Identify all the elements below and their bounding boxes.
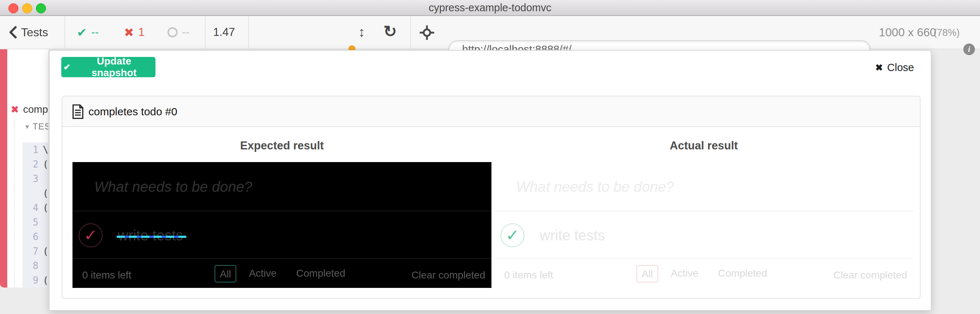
failed-count: 1: [138, 26, 145, 39]
suite-label: TES: [33, 121, 48, 132]
toolbar-separator: [410, 16, 411, 49]
close-button[interactable]: ✖ Close: [875, 62, 914, 73]
code-line: 9(: [22, 273, 48, 287]
todo-item-label: write tests: [118, 225, 183, 245]
pending-circle-icon: [167, 27, 178, 37]
expected-result-heading: Expected result: [73, 139, 492, 152]
actual-screenshot: What needs to be done? ✓ write tests 0 i…: [494, 162, 913, 288]
code-line: 5: [22, 215, 48, 230]
todo-item-label: write tests: [540, 225, 605, 245]
failed-x-icon: ✖: [11, 104, 19, 115]
clear-completed-label: Clear completed: [411, 268, 485, 282]
test-duration: 1.47: [213, 16, 235, 49]
divider: [494, 210, 913, 211]
filter-completed: Completed: [295, 265, 346, 282]
failed-test-row[interactable]: ✖ compl: [11, 104, 48, 115]
code-line: 7(: [22, 244, 48, 258]
info-icon[interactable]: i: [963, 43, 975, 55]
test-title: completes todo #0: [88, 96, 177, 127]
pending-count: --: [182, 26, 189, 39]
window-title: cypress-example-todomvc: [0, 0, 980, 15]
snapshot-diff-dialog: ✔ Update snapshot ✖ Close completes todo…: [49, 50, 931, 311]
pending-stat: --: [167, 16, 189, 49]
failed-stat: ✖ 1: [124, 16, 145, 49]
close-x-icon: ✖: [875, 62, 883, 73]
divider: [494, 258, 913, 259]
failed-test-strip: [0, 49, 7, 287]
chevron-left-icon: [9, 26, 17, 38]
back-to-tests-button[interactable]: Tests: [9, 16, 48, 49]
update-snapshot-label: Update snapshot: [75, 56, 153, 79]
passed-count: --: [91, 26, 99, 39]
snapshot-panel-header: completes todo #0: [62, 96, 920, 127]
clear-completed-label: Clear completed: [833, 268, 907, 282]
runner-toolbar: Tests ✔ -- ✖ 1 -- 1.47 ↕ ↻ 1000 x 660: [0, 16, 980, 49]
items-left-label: 0 items left: [504, 268, 553, 282]
x-icon: ✖: [124, 26, 134, 40]
filter-active: Active: [668, 265, 701, 282]
update-snapshot-button[interactable]: ✔ Update snapshot: [61, 57, 156, 77]
reporter-sidebar: ✖ compl ▾ TES 1\ 2( 3 ( 4( 5 6 7( 8 9( 1…: [0, 49, 48, 287]
indent-guide: [14, 120, 15, 287]
code-line: 6: [22, 230, 48, 244]
divider: [73, 258, 492, 259]
viewport-size: 1000 x 660: [879, 16, 936, 49]
actual-result-heading: Actual result: [494, 139, 913, 152]
suite-row[interactable]: ▾ TES: [25, 121, 48, 132]
passed-stat: ✔ --: [77, 16, 99, 49]
expected-screenshot: What needs to be done? ✓ write tests 0 i…: [73, 162, 492, 288]
check-icon: ✔: [64, 62, 70, 72]
code-line: (: [22, 186, 48, 201]
diff-strikethrough-highlight: [117, 236, 186, 238]
todo-toggle-icon: ✓: [501, 223, 525, 247]
toolbar-separator: [65, 16, 65, 49]
cypress-runner-window: cypress-example-todomvc Tests ✔ -- ✖ 1 -…: [0, 0, 980, 314]
filter-completed: Completed: [717, 265, 768, 282]
todo-toggle-icon: ✓: [79, 223, 103, 247]
refresh-icon[interactable]: ↻: [383, 16, 397, 49]
caret-down-icon: ▾: [25, 122, 29, 131]
back-label: Tests: [21, 26, 48, 39]
filter-active: Active: [247, 265, 279, 282]
snapshot-panel: completes todo #0 Expected result Actual…: [62, 96, 921, 299]
window-titlebar: cypress-example-todomvc: [0, 0, 980, 16]
toolbar-separator: [205, 16, 205, 49]
filter-all: All: [636, 265, 658, 282]
code-line: 4(: [22, 201, 48, 215]
close-label: Close: [887, 62, 914, 73]
code-line: 2(: [22, 157, 48, 172]
check-icon: ✔: [77, 26, 87, 40]
todo-input-placeholder: What needs to be done?: [516, 177, 842, 197]
divider: [73, 210, 492, 211]
viewport-scale: (78%): [934, 16, 960, 49]
filter-all: All: [215, 265, 236, 282]
updown-arrow-icon: ↕: [358, 16, 365, 49]
document-icon: [72, 104, 84, 119]
todo-input-placeholder: What needs to be done?: [94, 177, 420, 197]
code-line: 1\: [22, 142, 48, 157]
toolbar-separator: [248, 16, 249, 49]
code-line: 8: [22, 258, 48, 273]
code-line: 3: [22, 172, 48, 186]
failed-test-title: compl: [23, 104, 48, 115]
items-left-label: 0 items left: [82, 268, 131, 282]
selector-playground-icon[interactable]: [420, 26, 434, 40]
